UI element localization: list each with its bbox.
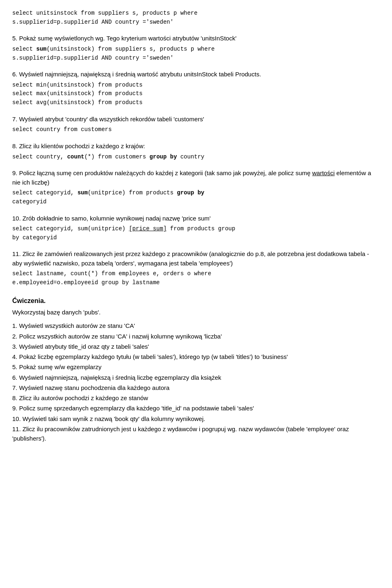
code-1: select unitsinstock from suppliers s, pr… [12, 9, 380, 27]
section-5-text: 5. Pokaż sumę wyświetlonych wg. Tego kry… [12, 34, 380, 43]
exercise-item-4: 4. Pokaż liczbę egzemplarzy każdego tytu… [12, 352, 380, 361]
exercise-item-7: 7. Wyświetl nazwę stanu pochodzenia dla … [12, 383, 380, 392]
exercise-item-11: 11. Zlicz ilu pracowników zatrudnionych … [12, 424, 380, 443]
section-10: 10. Zrób dokładnie to samo, kolumnie wyn… [12, 214, 380, 243]
section-7: 7. Wyświetl atrybut 'country' dla wszyst… [12, 115, 380, 134]
section-5: 5. Pokaż sumę wyświetlonych wg. Tego kry… [12, 34, 380, 62]
exercise-item-9: 9. Policz sumę sprzedanych egzemplarzy d… [12, 403, 380, 413]
code-10: select categoryid, sum(unitprice) [price… [12, 225, 380, 242]
exercises-intro-section: Wykorzystaj bazę danych 'pubs'. [12, 308, 380, 317]
exercises-list: 1. Wyświetl wszystkich autorów ze stanu … [12, 321, 380, 443]
exercise-item-8: 8. Zlicz ilu autorów pochodzi z każdego … [12, 393, 380, 403]
code-11: select lastname, count(*) from employees… [12, 270, 380, 287]
exercises-title: Ćwiczenia. [12, 297, 380, 305]
exercises-header-section: Ćwiczenia. [12, 297, 380, 305]
code-7: select country from customers [12, 125, 380, 134]
section-11: 11. Zlicz ile zamówień realizowanych jes… [12, 249, 380, 287]
exercise-item-5: 5. Pokaż sumę w/w egzemplarzy [12, 362, 380, 372]
code-5: select sum(unitsinstock) from suppliers … [12, 45, 380, 62]
section-9-text: 9. Policz łączną sumę cen produktów nale… [12, 169, 380, 187]
code-9: select categoryid, sum(unitprice) from p… [12, 189, 380, 206]
exercise-item-10: 10. Wyświetl taki sam wynik z nazwą 'boo… [12, 414, 380, 423]
section-6-text: 6. Wyświetl najmniejszą, największą i śr… [12, 70, 380, 79]
page-content: select unitsinstock from suppliers s, pr… [12, 9, 380, 443]
section-8: 8. Zlicz ilu klientów pochodzi z każdego… [12, 142, 380, 161]
section-11-text: 11. Zlicz ile zamówień realizowanych jes… [12, 249, 380, 268]
section-10-text: 10. Zrób dokładnie to samo, kolumnie wyn… [12, 214, 380, 223]
section-7-text: 7. Wyświetl atrybut 'country' dla wszyst… [12, 115, 380, 124]
section-6: 6. Wyświetl najmniejszą, największą i śr… [12, 70, 380, 107]
section-8-text: 8. Zlicz ilu klientów pochodzi z każdego… [12, 142, 380, 151]
exercise-item-6: 6. Wyświetl najmniejszą, największą i śr… [12, 373, 380, 382]
exercise-item-1: 1. Wyświetl wszystkich autorów ze stanu … [12, 321, 380, 330]
code-6: select min(unitsinstock) from products s… [12, 81, 380, 107]
code-8: select country, count(*) from customers … [12, 153, 380, 162]
exercises-intro-text: Wykorzystaj bazę danych 'pubs'. [12, 308, 380, 317]
exercises-list-section: 1. Wyświetl wszystkich autorów ze stanu … [12, 321, 380, 443]
exercise-item-2: 2. Policz wszystkich autorów ze stanu 'C… [12, 332, 380, 341]
section-1: select unitsinstock from suppliers s, pr… [12, 9, 380, 27]
exercise-item-3: 3. Wyświetl atrybuty title_id oraz qty z… [12, 342, 380, 351]
section-9: 9. Policz łączną sumę cen produktów nale… [12, 169, 380, 206]
